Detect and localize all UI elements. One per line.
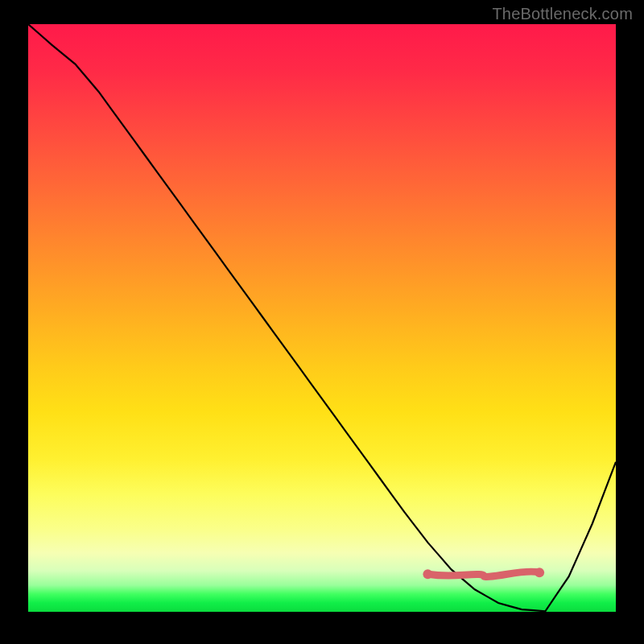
chart-plot-area — [28, 24, 616, 612]
optimal-range-marker — [427, 572, 539, 576]
marker-dot — [535, 568, 544, 577]
chart-svg — [28, 24, 616, 612]
watermark-text: TheBottleneck.com — [492, 5, 633, 23]
bottleneck-curve — [28, 24, 616, 611]
marker-dot — [423, 569, 432, 579]
